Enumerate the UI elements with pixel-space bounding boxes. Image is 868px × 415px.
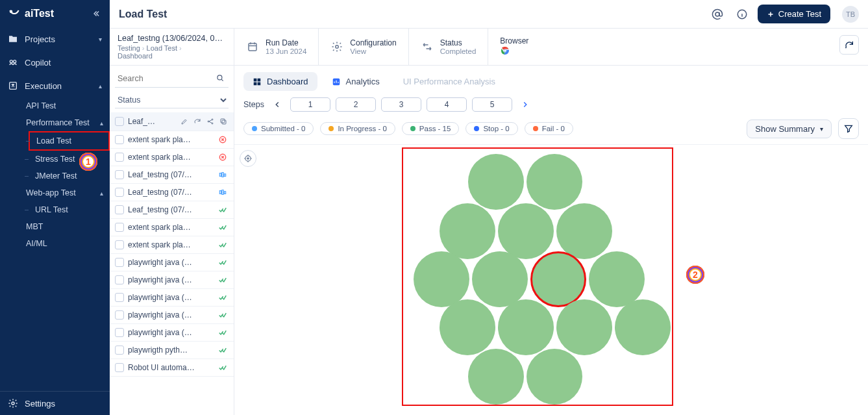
running-icon	[217, 170, 229, 179]
test-list-item[interactable]: playwright java (…	[110, 254, 234, 271]
chip-pass[interactable]: Pass - 15	[402, 122, 460, 135]
test-list-item[interactable]: Leaf_testng (07/…	[110, 201, 234, 219]
pass-icon	[217, 328, 229, 337]
nav-aiml[interactable]: AI/ML	[19, 235, 110, 252]
info-icon[interactable]	[733, 5, 751, 23]
steps-next-button[interactable]	[519, 100, 532, 109]
test-list-item[interactable]: extent spark pla…	[110, 219, 234, 236]
chip-fail[interactable]: Fail - 0	[525, 122, 573, 135]
result-node[interactable]	[589, 251, 645, 307]
filter-button[interactable]	[838, 118, 859, 139]
result-node[interactable]	[527, 349, 582, 405]
svg-point-8	[336, 45, 339, 49]
result-node[interactable]	[556, 203, 612, 259]
pencil-icon[interactable]	[179, 116, 190, 127]
meta-configuration[interactable]: ConfigurationView	[319, 29, 408, 65]
test-list-item[interactable]: playwright java (…	[110, 307, 234, 324]
nav-stress-test[interactable]: Stress Test	[29, 151, 110, 168]
sidebar-collapse-button[interactable]	[89, 6, 103, 21]
result-node[interactable]	[468, 154, 524, 210]
nav-copilot[interactable]: Copilot	[0, 51, 110, 74]
checkbox[interactable]	[115, 310, 124, 320]
result-node[interactable]	[527, 154, 582, 210]
steps-prev-button[interactable]	[271, 100, 284, 109]
fail-icon	[217, 153, 229, 162]
nav-webapp-test[interactable]: Web-app Test▴	[19, 184, 110, 201]
chip-inprogress[interactable]: In Progress - 0	[320, 122, 395, 135]
checkbox[interactable]	[115, 205, 124, 214]
svg-point-15	[212, 123, 213, 124]
checkbox[interactable]	[115, 153, 124, 162]
result-node[interactable]	[440, 203, 495, 259]
test-list-item[interactable]: playwright java (…	[110, 324, 234, 342]
step-pill[interactable]: 4	[427, 97, 467, 112]
nav-copilot-label: Copilot	[25, 58, 51, 68]
result-node[interactable]	[556, 299, 612, 355]
nav-load-test[interactable]: Load Test	[29, 131, 110, 151]
result-node[interactable]	[615, 299, 671, 355]
test-list-item[interactable]: Robot UI automa…	[110, 359, 234, 377]
checkbox[interactable]	[115, 293, 124, 302]
checkbox[interactable]	[115, 346, 124, 355]
test-list-item[interactable]: extent spark pla…	[110, 149, 234, 166]
search-input[interactable]	[115, 69, 229, 88]
result-node[interactable]	[472, 251, 528, 307]
result-node[interactable]	[498, 203, 554, 259]
test-name: playwrigth pyth…	[128, 346, 213, 355]
recenter-button[interactable]	[240, 150, 256, 167]
checkbox[interactable]	[115, 363, 124, 372]
create-test-button[interactable]: Create Test	[758, 5, 830, 23]
test-list-item[interactable]: playwright java (…	[110, 271, 234, 289]
tab-analytics[interactable]: Analytics	[323, 72, 389, 91]
result-node[interactable]	[414, 251, 469, 307]
test-name: playwright java (…	[128, 258, 213, 267]
checkbox[interactable]	[115, 275, 124, 284]
step-pill[interactable]: 2	[336, 97, 376, 112]
nav-execution[interactable]: Execution ▴	[0, 74, 110, 97]
show-summary-button[interactable]: Show Summary▾	[747, 119, 832, 138]
avatar[interactable]: TB	[842, 6, 859, 23]
nav-api-test[interactable]: API Test	[19, 97, 110, 114]
result-node[interactable]	[440, 299, 495, 355]
result-node-highlighted[interactable]	[530, 251, 586, 307]
nav-url-test[interactable]: URL Test	[29, 201, 110, 218]
svg-rect-16	[222, 120, 226, 124]
status-filter[interactable]: Status	[115, 92, 229, 108]
checkbox[interactable]	[115, 328, 124, 337]
checkbox[interactable]	[115, 135, 124, 144]
chip-stop[interactable]: Stop - 0	[465, 122, 517, 135]
checkbox[interactable]	[115, 223, 124, 232]
nav-settings[interactable]: Settings	[0, 391, 110, 415]
step-pill[interactable]: 1	[290, 97, 330, 112]
checkbox[interactable]	[115, 117, 124, 126]
share-icon[interactable]	[205, 116, 216, 127]
nav-mbt[interactable]: MBT	[19, 218, 110, 235]
test-list-item[interactable]: Leaf_…	[110, 112, 234, 131]
checkbox[interactable]	[115, 240, 124, 249]
chrome-icon	[500, 45, 528, 57]
test-list-item[interactable]: Leaf_testng (07/…	[110, 166, 234, 184]
test-list-item[interactable]: Leaf_testng (07/…	[110, 184, 234, 201]
chip-submitted[interactable]: Submitted - 0	[243, 122, 314, 135]
checkbox[interactable]	[115, 188, 124, 197]
test-list-item[interactable]: extent spark pla…	[110, 131, 234, 149]
mention-icon[interactable]	[708, 5, 726, 23]
step-pill[interactable]: 5	[472, 97, 512, 112]
chevron-down-icon: ▾	[99, 36, 102, 43]
test-list-item[interactable]: extent spark pla…	[110, 236, 234, 254]
svg-point-26	[247, 158, 249, 159]
test-list-item[interactable]: playwright java (…	[110, 289, 234, 307]
step-pill[interactable]: 3	[381, 97, 421, 112]
nav-performance-test[interactable]: Performance Test▴	[19, 114, 110, 131]
result-node[interactable]	[468, 349, 524, 405]
test-list-item[interactable]: playwrigth pyth…	[110, 342, 234, 359]
checkbox[interactable]	[115, 170, 124, 179]
nav-projects[interactable]: Projects ▾	[0, 27, 110, 51]
result-node[interactable]	[498, 299, 554, 355]
tab-dashboard[interactable]: Dashboard	[243, 72, 317, 91]
checkbox[interactable]	[115, 258, 124, 267]
refresh-icon[interactable]	[192, 116, 203, 127]
refresh-button[interactable]	[839, 35, 859, 55]
nav-jmeter-test[interactable]: JMeter Test	[29, 168, 110, 184]
copy-icon[interactable]	[218, 116, 229, 127]
